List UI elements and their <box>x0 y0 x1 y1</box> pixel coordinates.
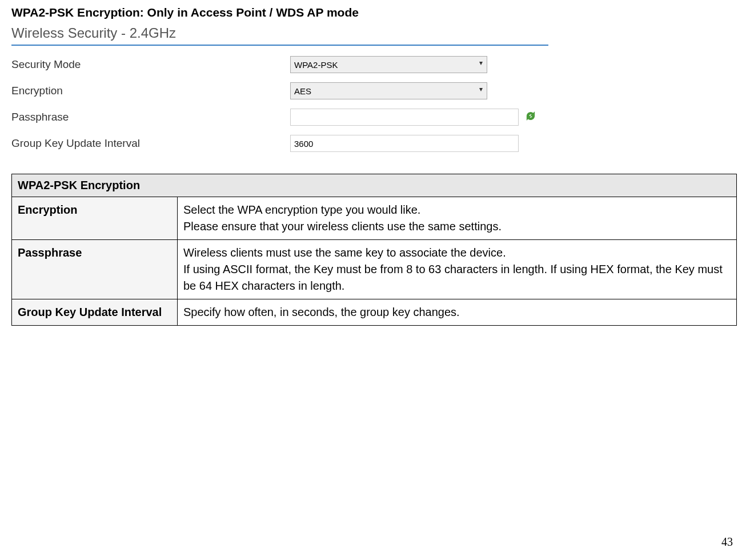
row-desc: Specify how often, in seconds, the group… <box>178 299 737 326</box>
config-panel: Wireless Security - 2.4GHz Security Mode… <box>11 23 548 157</box>
table-row: Encryption Select the WPA encryption typ… <box>12 197 737 240</box>
row-label: Group Key Update Interval <box>12 299 178 326</box>
row-desc: Select the WPA encryption type you would… <box>178 197 737 240</box>
security-mode-label: Security Mode <box>11 58 290 71</box>
page-number: 43 <box>721 535 733 549</box>
row-desc: Wireless clients must use the same key t… <box>178 240 737 299</box>
table-row: Group Key Update Interval Specify how of… <box>12 299 737 326</box>
panel-underline <box>11 45 548 46</box>
passphrase-input[interactable] <box>290 109 519 126</box>
table-header: WPA2-PSK Encryption <box>12 174 737 197</box>
page-heading: WPA2-PSK Encryption: Only in Access Poin… <box>11 6 739 19</box>
encryption-select[interactable]: AES <box>290 82 487 99</box>
row-passphrase: Passphrase <box>11 104 548 130</box>
row-label: Passphrase <box>12 240 178 299</box>
passphrase-label: Passphrase <box>11 111 290 123</box>
refresh-icon[interactable] <box>526 111 536 123</box>
row-interval: Group Key Update Interval <box>11 130 548 157</box>
row-security-mode: Security Mode WPA2-PSK <box>11 51 548 78</box>
security-mode-select[interactable]: WPA2-PSK <box>290 56 487 73</box>
row-encryption: Encryption AES <box>11 78 548 104</box>
interval-input[interactable] <box>290 135 519 152</box>
row-label: Encryption <box>12 197 178 240</box>
description-table: WPA2-PSK Encryption Encryption Select th… <box>11 174 737 326</box>
encryption-label: Encryption <box>11 85 290 97</box>
panel-title: Wireless Security - 2.4GHz <box>11 23 548 43</box>
table-row: Passphrase Wireless clients must use the… <box>12 240 737 299</box>
interval-label: Group Key Update Interval <box>11 137 290 150</box>
